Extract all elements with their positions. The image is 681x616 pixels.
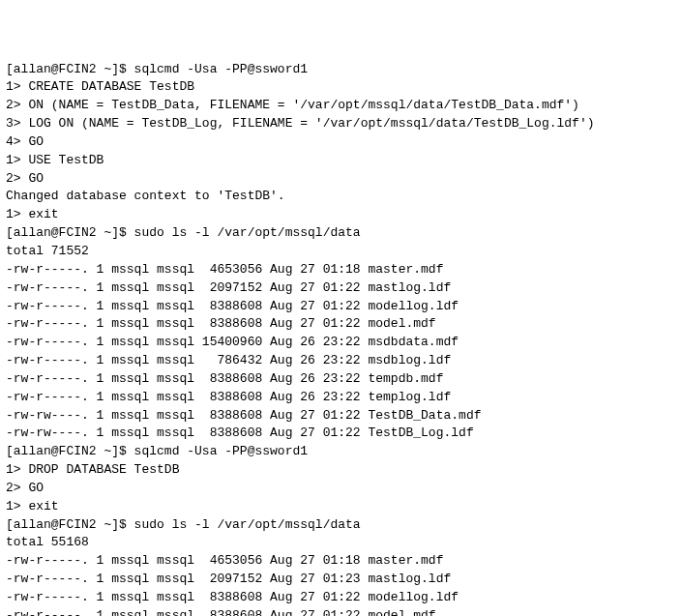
terminal-line: -rw-r-----. 1 mssql mssql 8388608 Aug 27… <box>6 607 675 616</box>
terminal-line: -rw-rw----. 1 mssql mssql 8388608 Aug 27… <box>6 407 675 425</box>
terminal-line: [allan@FCIN2 ~]$ sudo ls -l /var/opt/mss… <box>6 516 675 535</box>
terminal-line: -rw-r-----. 1 mssql mssql 8388608 Aug 26… <box>6 370 675 389</box>
terminal-line: -rw-r-----. 1 mssql mssql 4653056 Aug 27… <box>6 261 675 279</box>
terminal-line: -rw-r-----. 1 mssql mssql 4653056 Aug 27… <box>6 552 675 571</box>
terminal-line: -rw-r-----. 1 mssql mssql 15400960 Aug 2… <box>6 334 675 352</box>
terminal-line: -rw-rw----. 1 mssql mssql 8388608 Aug 27… <box>6 425 675 443</box>
terminal-line: -rw-r-----. 1 mssql mssql 8388608 Aug 27… <box>6 315 675 334</box>
terminal-line: 1> DROP DATABASE TestDB <box>6 461 675 480</box>
terminal-line: -rw-r-----. 1 mssql mssql 2097152 Aug 27… <box>6 571 675 589</box>
terminal-line: -rw-r-----. 1 mssql mssql 8388608 Aug 27… <box>6 589 675 607</box>
terminal-line: 2> GO <box>6 170 675 189</box>
terminal-line: 1> USE TestDB <box>6 152 675 170</box>
terminal-line: 4> GO <box>6 133 675 152</box>
terminal-line: total 71552 <box>6 243 675 261</box>
terminal-line: -rw-r-----. 1 mssql mssql 8388608 Aug 26… <box>6 389 675 407</box>
terminal-line: [allan@FCIN2 ~]$ sqlcmd -Usa -PP@ssword1 <box>6 443 675 461</box>
terminal-line: [allan@FCIN2 ~]$ sqlcmd -Usa -PP@ssword1 <box>6 61 675 79</box>
terminal-line: 3> LOG ON (NAME = TestDB_Log, FILENAME =… <box>6 115 675 133</box>
terminal-line: 2> GO <box>6 480 675 498</box>
terminal-line: 1> CREATE DATABASE TestDB <box>6 78 675 97</box>
terminal-line: -rw-r-----. 1 mssql mssql 8388608 Aug 27… <box>6 298 675 316</box>
terminal-line: 1> exit <box>6 206 675 224</box>
terminal-line: -rw-r-----. 1 mssql mssql 2097152 Aug 27… <box>6 279 675 298</box>
terminal-line: 1> exit <box>6 498 675 516</box>
terminal-line: total 55168 <box>6 534 675 552</box>
terminal-line: [allan@FCIN2 ~]$ sudo ls -l /var/opt/mss… <box>6 224 675 243</box>
terminal-line: 2> ON (NAME = TestDB_Data, FILENAME = '/… <box>6 97 675 115</box>
terminal-line: Changed database context to 'TestDB'. <box>6 188 675 206</box>
terminal-line: -rw-r-----. 1 mssql mssql 786432 Aug 26 … <box>6 352 675 370</box>
terminal-output[interactable]: [allan@FCIN2 ~]$ sqlcmd -Usa -PP@ssword1… <box>6 61 675 616</box>
